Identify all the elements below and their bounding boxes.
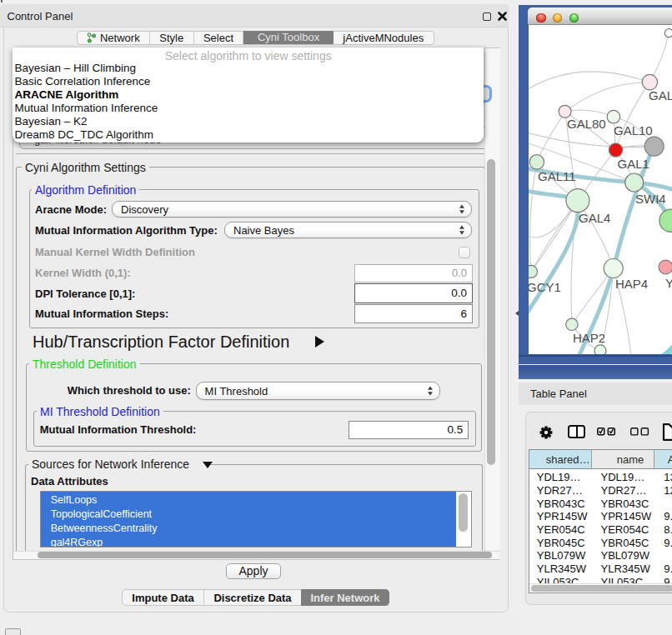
svg-text:GAL7: GAL7 — [649, 88, 672, 102]
svg-text:GAL1: GAL1 — [618, 157, 649, 171]
svg-text:HAP2: HAP2 — [573, 331, 605, 345]
svg-text:Y: Y — [665, 276, 672, 290]
svg-text:GAL80: GAL80 — [567, 117, 606, 131]
svg-text:GAL4: GAL4 — [579, 211, 610, 225]
svg-text:GAL10: GAL10 — [614, 123, 653, 138]
svg-text:SWI4: SWI4 — [635, 192, 666, 206]
svg-text:GCY1: GCY1 — [529, 280, 561, 294]
svg-text:HAP4: HAP4 — [615, 277, 648, 291]
svg-text:GAL11: GAL11 — [538, 169, 576, 183]
